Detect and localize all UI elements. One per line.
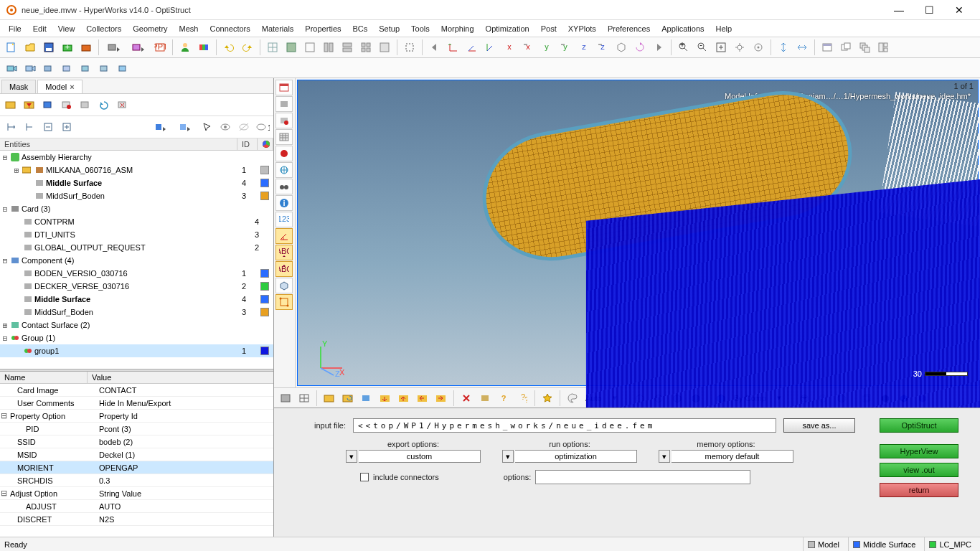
sync-icon[interactable] (114, 96, 131, 113)
include-connectors-checkbox[interactable]: include connectors (360, 473, 439, 481)
comp-filter-icon[interactable] (58, 96, 75, 113)
windows-icon[interactable] (837, 39, 854, 56)
3d-viewport[interactable]: 1 of 1 Model Info: C:/Users/Benjam…/…1/H… (297, 80, 979, 386)
axis-y-icon[interactable]: y (538, 39, 555, 56)
cam2-icon[interactable] (22, 60, 39, 77)
tree-item-midsurf2[interactable]: Middle Surface4 (0, 293, 273, 306)
abc-down-icon[interactable]: ABC (275, 261, 293, 277)
chevron-down-icon[interactable]: ▾ (502, 450, 514, 463)
new-icon[interactable] (3, 39, 20, 56)
question-icon[interactable]: ? (495, 390, 512, 407)
menu-collectors[interactable]: Collectors (80, 22, 127, 35)
menu-mesh[interactable]: Mesh (174, 22, 204, 35)
info-icon[interactable]: i (275, 195, 293, 211)
view-out-button[interactable]: view .out (880, 463, 958, 477)
tile-icon[interactable] (875, 39, 892, 56)
folder-filter-icon[interactable] (21, 96, 38, 113)
prop-adjust-option[interactable]: ⊟Adjust OptionString Value (0, 487, 273, 500)
minimize-button[interactable]: — (884, 1, 914, 19)
assembly-icon[interactable] (127, 39, 150, 56)
cam3-icon[interactable] (40, 60, 57, 77)
expander-icon[interactable]: ⊞ (1, 321, 9, 330)
open-icon[interactable] (22, 39, 39, 56)
prop-discret[interactable]: DISCRETN2S (0, 513, 273, 526)
expander-icon[interactable]: ⊞ (13, 166, 20, 175)
view3-icon[interactable] (275, 129, 293, 145)
tree-item-midboden1[interactable]: MiddSurf_Boden3 (0, 189, 273, 202)
user-icon[interactable] (176, 39, 194, 56)
window-icon[interactable] (819, 39, 836, 56)
checkbox-icon[interactable] (360, 473, 369, 481)
prop-user-comments[interactable]: User CommentsHide In Menu/Export (0, 397, 273, 410)
status-chip-model[interactable]: Model (803, 537, 844, 551)
orbit-icon[interactable] (750, 39, 767, 56)
calendar-icon[interactable] (275, 80, 293, 95)
folder1-icon[interactable] (321, 390, 338, 407)
expander-icon[interactable]: ⊟ (1, 334, 9, 343)
prop-col-value[interactable]: Value (88, 372, 273, 383)
tree-col-entities[interactable]: Entities (0, 138, 237, 150)
tree-collapse-icon[interactable] (39, 118, 57, 136)
eye-on-icon[interactable] (217, 118, 234, 136)
menu-materials[interactable]: Materials (256, 22, 300, 35)
component-icon[interactable] (103, 39, 126, 56)
tree-col-color[interactable] (258, 138, 273, 150)
comp-cycle-icon[interactable] (358, 390, 375, 407)
close-button[interactable]: ✕ (944, 1, 974, 19)
prop-col-name[interactable]: Name (0, 372, 88, 383)
pan-icon[interactable] (731, 39, 748, 56)
tree-card-group[interactable]: ⊟ Card (3) (0, 202, 273, 215)
run-options-dropdown[interactable]: ▾optimization (502, 450, 637, 463)
prop-msid[interactable]: MSIDDeckel (1) (0, 448, 273, 461)
memory-options-dropdown[interactable]: ▾memory default (659, 450, 793, 463)
tree-assembly-root[interactable]: ⊟ Assembly Hierarchy (0, 151, 273, 164)
axis-x-icon[interactable]: x (501, 39, 518, 56)
menu-view[interactable]: View (52, 22, 81, 35)
menu-bcs[interactable]: BCs (347, 22, 374, 35)
move-vert-icon[interactable] (775, 39, 792, 56)
q-small-icon[interactable]: ?? (514, 390, 531, 407)
menu-preferences[interactable]: Preferences (602, 22, 656, 35)
eye-off-icon[interactable] (235, 118, 253, 136)
undo-icon[interactable] (220, 39, 237, 56)
axis-rev-z-icon[interactable]: z (594, 39, 611, 56)
arrow-right-icon[interactable] (650, 39, 667, 56)
delete-icon[interactable] (458, 390, 475, 407)
zoom-out-icon[interactable]: - (694, 39, 711, 56)
status-chip-midsurface[interactable]: Middle Surface (848, 537, 920, 551)
binoculars-icon[interactable] (275, 179, 293, 194)
tree-item-boden[interactable]: BODEN_VERSIO_0307161 (0, 267, 273, 280)
expander-icon[interactable]: ⊟ (1, 204, 9, 214)
export-options-dropdown[interactable]: ▾custom (346, 450, 481, 463)
grid6-icon[interactable] (357, 39, 374, 56)
view-iso-icon[interactable] (275, 278, 293, 293)
tree-comp-group[interactable]: ⊟ Component (4) (0, 254, 273, 267)
grid5-icon[interactable] (339, 39, 356, 56)
folder-in-icon[interactable] (377, 390, 394, 407)
folder-right-icon[interactable] (433, 390, 450, 407)
tab-mask[interactable]: Mask (1, 80, 36, 93)
select-box-icon[interactable] (401, 39, 418, 56)
menu-tools[interactable]: Tools (405, 22, 435, 35)
optistruct-button[interactable]: OptiStruct (880, 418, 958, 433)
abc-up-icon[interactable]: ABC (275, 245, 293, 260)
folder-refresh-icon[interactable] (339, 390, 357, 407)
axis-xy-icon[interactable] (445, 39, 462, 56)
tree-group-group[interactable]: ⊟ Group (1) (0, 331, 273, 344)
input-file-field[interactable]: <<top/WP1/Hypermesh_works/neue_idee.fem (353, 418, 776, 433)
collapse-all-icon[interactable] (21, 118, 38, 136)
axis-yz-icon[interactable] (482, 39, 499, 56)
prop-srchdis[interactable]: SRCHDIS0.3 (0, 474, 273, 487)
menu-applications[interactable]: Applications (656, 22, 710, 35)
tree-item-midboden2[interactable]: MiddSurf_Boden3 (0, 306, 273, 319)
menu-edit[interactable]: Edit (27, 22, 52, 35)
render-wire-icon[interactable] (296, 390, 313, 407)
arrow-left-icon[interactable] (426, 39, 443, 56)
folder-left-icon[interactable] (414, 390, 431, 407)
comp-blue-icon[interactable] (39, 96, 57, 113)
grid1-icon[interactable] (264, 39, 281, 56)
collector-edit-icon[interactable] (77, 39, 95, 56)
menu-help[interactable]: Help (710, 22, 738, 35)
save-icon[interactable] (40, 39, 57, 56)
measure-box-icon[interactable] (275, 294, 293, 310)
